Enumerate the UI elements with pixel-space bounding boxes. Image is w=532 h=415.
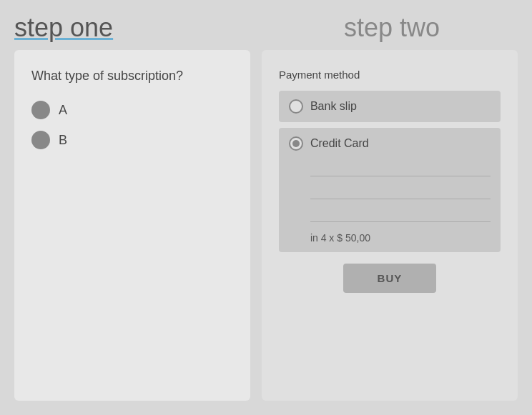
radio-circle-a bbox=[31, 101, 50, 119]
step-two-title: step two bbox=[266, 13, 518, 43]
radio-circle-b bbox=[31, 131, 50, 149]
credit-card-fields: in 4 x $ 50,00 bbox=[289, 161, 491, 244]
step-one-title: step one bbox=[14, 13, 266, 43]
content-area: What type of subscription? A B Payment m… bbox=[0, 50, 532, 415]
subscription-question: What type of subscription? bbox=[31, 69, 233, 84]
buy-button[interactable]: BUY bbox=[343, 264, 437, 293]
credit-card-header: Credit Card bbox=[289, 136, 491, 151]
payment-option-credit-card[interactable]: Credit Card in 4 x $ 50,00 bbox=[279, 128, 501, 252]
credit-card-radio[interactable] bbox=[289, 136, 303, 151]
payment-options: Bank slip Credit Card in 4 x $ 50,00 bbox=[279, 91, 501, 252]
bank-slip-radio-inner bbox=[292, 103, 300, 110]
right-panel: Payment method Bank slip Credit Card bbox=[262, 50, 518, 401]
installment-text: in 4 x $ 50,00 bbox=[310, 232, 491, 244]
payment-method-label: Payment method bbox=[279, 69, 360, 81]
subscription-label-a: A bbox=[59, 103, 67, 118]
subscription-option-b[interactable]: B bbox=[31, 131, 233, 149]
payment-option-bank-slip[interactable]: Bank slip bbox=[279, 91, 501, 122]
card-cvv-input[interactable] bbox=[310, 206, 491, 222]
bank-slip-label: Bank slip bbox=[310, 100, 357, 113]
credit-card-radio-inner bbox=[292, 140, 300, 147]
bank-slip-radio[interactable] bbox=[289, 99, 303, 114]
card-number-input[interactable] bbox=[310, 161, 491, 176]
left-panel: What type of subscription? A B bbox=[14, 50, 250, 401]
subscription-label-b: B bbox=[59, 133, 67, 148]
bank-slip-header: Bank slip bbox=[289, 99, 491, 114]
subscription-option-a[interactable]: A bbox=[31, 101, 233, 119]
header: step one step two bbox=[0, 0, 532, 50]
credit-card-label: Credit Card bbox=[310, 137, 369, 150]
card-expiry-input[interactable] bbox=[310, 184, 491, 199]
